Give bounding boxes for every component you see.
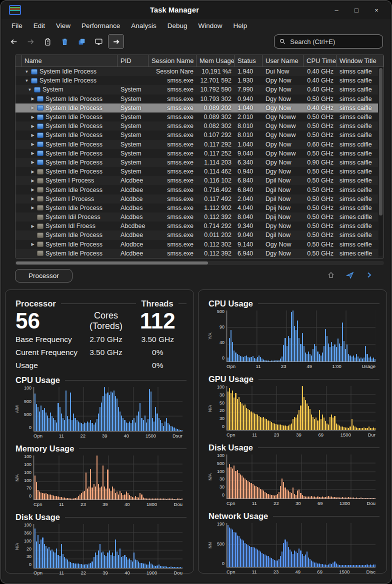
- table-row[interactable]: ▶System Idle ProcessSystemsmss.exe0.089 …: [16, 104, 378, 112]
- forward-button[interactable]: [23, 34, 38, 48]
- bar: [330, 564, 330, 567]
- search-box[interactable]: [274, 34, 383, 48]
- processor-button[interactable]: Processor: [15, 269, 72, 282]
- table-row[interactable]: System Idil ProcessAlcdbessmss.exe0.112 …: [16, 212, 378, 222]
- column-header-status[interactable]: Status: [234, 55, 262, 66]
- expander-down-icon[interactable]: ▼: [24, 70, 29, 74]
- expander-right-icon[interactable]: ▶: [30, 115, 35, 120]
- maximize-button[interactable]: □: [348, 4, 365, 16]
- bar: [148, 498, 148, 500]
- column-header-mem-usage-[interactable]: Mem Usage#: [196, 55, 234, 66]
- paste-button[interactable]: [40, 34, 55, 48]
- table-row[interactable]: ▶System Idle ProcessSystemsmss.exe0.114 …: [16, 167, 378, 176]
- table-row[interactable]: ▶System Idle ProcessAlcdbeesmss.exe0.716…: [16, 185, 378, 194]
- expander-right-icon[interactable]: ▶: [30, 206, 35, 210]
- expander-right-icon[interactable]: ▶: [30, 133, 35, 138]
- expander-right-icon[interactable]: ▶: [30, 96, 35, 101]
- table-row[interactable]: ▶System Idl FroessAbcdbeesmss.exe0.714 2…: [16, 222, 378, 230]
- bar: [246, 408, 247, 430]
- column-header-name[interactable]: Name: [22, 55, 118, 66]
- table-row[interactable]: ▼System Idle Processsmss.exe12.701 5921.…: [16, 76, 378, 85]
- bar: [118, 555, 119, 568]
- menu-item-window[interactable]: Window: [194, 21, 226, 30]
- menu-item-debug[interactable]: Debug: [163, 21, 192, 30]
- table-row[interactable]: ▶System Idle ProcessSystemsmss.exe0.082 …: [16, 122, 378, 130]
- table-row[interactable]: ▼SystemSystemsmss.exe10.792 5907.990Opy …: [16, 85, 378, 94]
- table-row[interactable]: ▶System Idle ProcessSystemsmss.exe0.089 …: [16, 112, 378, 122]
- menu-item-view[interactable]: View: [52, 21, 75, 30]
- table-row[interactable]: ▶System I ProcessAlcdbeesmss.exe0.116 10…: [16, 176, 378, 185]
- bar: [365, 565, 366, 567]
- expander-right-icon[interactable]: ▶: [30, 224, 35, 228]
- search-input[interactable]: [289, 38, 378, 46]
- go-button[interactable]: [108, 34, 124, 49]
- table-row[interactable]: ▶System I ProcessAlcdbcesmss.exe0.117 49…: [16, 194, 378, 204]
- bar: [344, 565, 344, 567]
- bar: [370, 498, 371, 498]
- table-row[interactable]: ▼System Idle ProcessSession Nare10,191 %…: [16, 67, 378, 76]
- bar: [237, 399, 238, 430]
- send-icon[interactable]: [346, 271, 354, 281]
- menu-item-file[interactable]: File: [7, 21, 27, 30]
- bar: [72, 420, 72, 431]
- column-header-cpu-time[interactable]: CPU Time: [304, 55, 336, 66]
- vertical-scrollbar[interactable]: [378, 67, 383, 256]
- expander-right-icon[interactable]: ▶: [30, 170, 35, 174]
- bar: [86, 564, 86, 568]
- table-row[interactable]: ▶System Idle ProcessAlodbcesmss.exe0.112…: [16, 240, 378, 249]
- expander-right-icon[interactable]: ▶: [30, 142, 35, 146]
- table-row[interactable]: ▶System Idle ProcessSystemsmss.exe0.117 …: [16, 149, 378, 158]
- bar: [270, 421, 270, 430]
- menu-item-edit[interactable]: Edit: [29, 21, 50, 30]
- bar: [316, 497, 316, 498]
- home-icon[interactable]: [327, 271, 335, 281]
- chevron-right-icon[interactable]: [365, 271, 373, 281]
- table-row[interactable]: ▶System Idle ProcessAlcdbessmss.exe1.112…: [16, 204, 378, 212]
- bar: [322, 414, 323, 430]
- bar: [326, 424, 328, 430]
- bar: [36, 482, 37, 500]
- bar: [274, 560, 275, 567]
- expander-down-icon[interactable]: ▼: [28, 88, 32, 92]
- back-button[interactable]: [6, 34, 21, 48]
- expander-right-icon[interactable]: ▶: [30, 151, 35, 156]
- bar: [320, 356, 322, 362]
- column-header-pid[interactable]: PID: [118, 55, 148, 66]
- copy-button[interactable]: [74, 34, 89, 48]
- menu-item-analysis[interactable]: Analysis: [126, 21, 160, 30]
- bar: [144, 416, 146, 431]
- expander-right-icon[interactable]: ▶: [30, 178, 35, 183]
- menu-item-performance[interactable]: Performance: [77, 21, 124, 30]
- delete-button[interactable]: [57, 34, 72, 48]
- column-header-window-title[interactable]: Window Title: [336, 55, 384, 66]
- column-header-user-name[interactable]: User Name: [262, 55, 304, 66]
- horizontal-scrollbar[interactable]: [15, 261, 384, 265]
- table-row[interactable]: ▶System Idle ProcessSystemsmss.exe10.793…: [16, 94, 378, 104]
- bar: [257, 414, 258, 430]
- table-row[interactable]: System Idle ProcessAlcdbeesmss.exe0.112 …: [16, 249, 378, 258]
- bar: [121, 557, 122, 568]
- screen-button[interactable]: [91, 34, 106, 48]
- table-row[interactable]: ▶System Idle ProcessSystemsmss.exe1.114 …: [16, 158, 378, 167]
- expander-right-icon[interactable]: ▶: [30, 196, 35, 201]
- bar: [330, 417, 330, 430]
- expander-right-icon[interactable]: ▶: [30, 124, 35, 128]
- details-grid: 56 Cores(Toreds) 112 Base Frequency 2.70…: [16, 310, 184, 372]
- expander-right-icon[interactable]: ▶: [30, 160, 35, 164]
- menu-item-help[interactable]: Help: [228, 21, 252, 30]
- expander-down-icon[interactable]: ▼: [24, 78, 29, 83]
- cpu-usage-title-right: CPU Usage: [208, 299, 380, 308]
- plot-area: [226, 523, 376, 568]
- column-header-session-name[interactable]: Session Name: [148, 55, 196, 66]
- table-row[interactable]: ▶System Idle ProcessSystemsmss.exe0.107 …: [16, 130, 378, 140]
- bar: [346, 344, 348, 362]
- close-button[interactable]: ×: [368, 4, 385, 16]
- expander-right-icon[interactable]: ▶: [30, 188, 35, 192]
- expander-right-icon[interactable]: ▶: [30, 106, 35, 110]
- bar: [308, 406, 309, 430]
- minimize-button[interactable]: –: [328, 4, 345, 16]
- table-row[interactable]: System Idle ProcessAlcdbeesmss.exe0.011 …: [16, 230, 378, 240]
- table-row[interactable]: ▶System Idle ProcessSystemsmss.exe0.117 …: [16, 140, 378, 149]
- expander-right-icon[interactable]: ▶: [30, 242, 35, 246]
- bar: [243, 540, 244, 567]
